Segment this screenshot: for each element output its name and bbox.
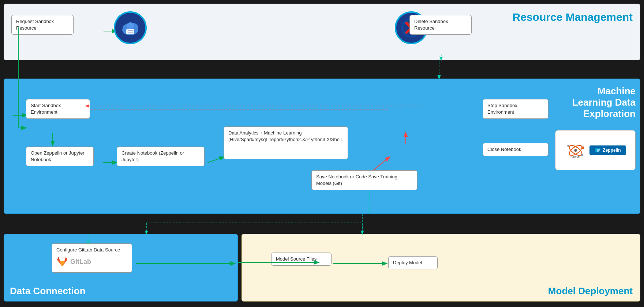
close-notebook-box: Close Notebook (483, 143, 548, 156)
create-notebook-box: Create Notebook (Zeppelin or Jupyter) (117, 147, 205, 166)
zeppelin-badge: Zeppelin (589, 145, 626, 155)
tools-logos-box: jupyter Zeppelin (555, 130, 636, 170)
analytics-box: Data Analytics + Machine Learning (Hive/… (224, 126, 348, 159)
svg-point-24 (582, 147, 584, 149)
data-connection-section: Configure GitLab Data Source GitLab Data… (4, 234, 238, 302)
bottom-sections: Configure GitLab Data Source GitLab Data… (4, 234, 640, 302)
svg-point-25 (568, 145, 569, 147)
start-sandbox-box: Start Sandbox Environment (26, 99, 90, 119)
deploy-model-box: Deploy Model (388, 256, 438, 269)
open-notebook-box: Open Zeppelin or Jupyter Notebook (26, 147, 94, 166)
model-deployment-title: Model Deployment (548, 285, 633, 297)
save-notebook-box: Save Notebook or Code Save Training Mode… (311, 170, 418, 190)
svg-point-23 (574, 149, 577, 152)
model-deployment-section: Model Source Files Deploy Model Model De… (242, 234, 640, 302)
ml-section-title: Machine Learning Data Exploration (562, 86, 636, 120)
request-sandbox-box: Request Sandbox Resource (11, 15, 74, 35)
resource-management-title: Resource Management (513, 11, 633, 24)
ml-exploration-section: Start Sandbox Environment Open Zeppelin … (4, 79, 640, 214)
svg-text:jupyter: jupyter (570, 155, 581, 158)
svg-line-16 (208, 157, 224, 163)
resource-management-section: Request Sandbox Resource Delete Sandbox … (4, 4, 640, 60)
configure-gitlab-box: Configure GitLab Data Source GitLab (52, 243, 132, 273)
svg-rect-9 (128, 32, 133, 33)
jupyter-logo: jupyter (565, 141, 587, 159)
model-source-files-box: Model Source Files (271, 253, 332, 266)
svg-point-26 (581, 154, 583, 156)
stop-sandbox-box: Stop Sandbox Environment (483, 99, 548, 119)
data-connection-title: Data Connection (10, 285, 86, 297)
svg-rect-8 (128, 30, 133, 31)
svg-marker-29 (597, 149, 600, 152)
svg-point-6 (127, 22, 134, 29)
delete-sandbox-box: Delete Sandbox Resource (409, 15, 472, 35)
cloud-icon (114, 11, 147, 44)
